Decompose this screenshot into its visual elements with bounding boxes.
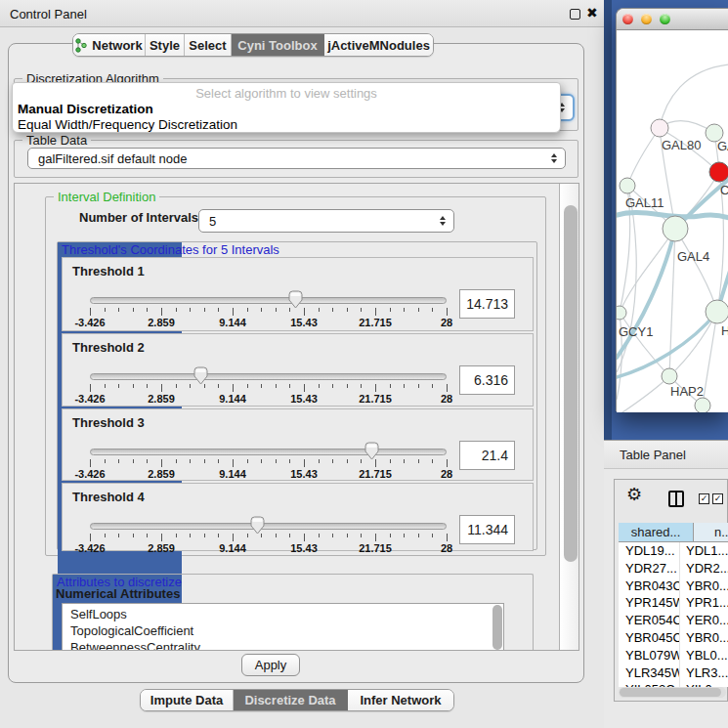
group-title: Table Data — [22, 133, 91, 148]
column-header-shared-name[interactable]: shared... — [619, 523, 694, 542]
slider-track[interactable] — [90, 523, 447, 530]
network-window[interactable]: GAL80GACGAL11GAL4GCY1HHAP2 — [616, 8, 728, 411]
threshold-value-field[interactable]: 11.344 — [459, 515, 515, 544]
traffic-light-minimize-icon[interactable] — [641, 14, 652, 24]
table-cell: YBR0... — [680, 629, 728, 647]
threshold-value-field[interactable]: 6.316 — [459, 365, 515, 395]
window-titlebar[interactable] — [617, 9, 728, 30]
network-node[interactable] — [663, 216, 688, 241]
tab-jactivemnodules[interactable]: jActiveMNodules — [324, 34, 433, 56]
table-row[interactable]: YBR045CYBR0... — [619, 629, 728, 647]
slider-tick-label: -3.426 — [74, 317, 105, 328]
number-of-intervals-combobox[interactable]: 5 — [198, 209, 454, 233]
node-label: GAL11 — [625, 195, 664, 210]
network-node[interactable] — [695, 398, 710, 412]
tab-cyni-toolbox[interactable]: Cyni Toolbox — [232, 34, 324, 56]
table-data-value: galFiltered.sif default node — [38, 151, 187, 166]
tab-infer-network[interactable]: Infer Network — [348, 690, 453, 710]
split-column-icon[interactable] — [668, 491, 684, 507]
slider-tick — [204, 308, 205, 312]
table-row[interactable]: YLR345WYLR3... — [619, 664, 728, 682]
slider-tick — [276, 384, 277, 388]
table-row[interactable]: YBL079WYBL0... — [619, 647, 728, 664]
network-node[interactable] — [617, 306, 626, 320]
attributes-list[interactable]: SelfLoopsTopologicalCoefficientBetweenne… — [62, 603, 504, 651]
slider-tick — [375, 459, 376, 467]
slider-tick — [404, 384, 405, 388]
node-table[interactable]: YDL19...YDL1...YDR27...YDR2...YBR043CYBR… — [619, 542, 728, 687]
slider-tick — [118, 384, 119, 388]
screen: Control Panel ✖ Network Style Select — [0, 0, 728, 728]
close-icon[interactable]: ✖ — [586, 5, 598, 21]
list-scrollbar-thumb[interactable] — [492, 605, 502, 650]
threshold-value-field[interactable]: 14.713 — [459, 289, 515, 319]
slider-thumb[interactable] — [193, 366, 208, 385]
network-node[interactable] — [651, 119, 668, 137]
table-row[interactable]: YPR145WYPR1... — [619, 594, 728, 612]
dropdown-option[interactable]: Manual Discretization — [18, 102, 153, 116]
checkbox-icon[interactable]: ✓ — [699, 493, 709, 504]
slider-tick-label: 28 — [441, 393, 452, 405]
control-panel-header: Control Panel ✖ — [0, 0, 604, 27]
scrollbar-thumb[interactable] — [564, 205, 578, 562]
table-row[interactable]: YER054CYER0... — [619, 612, 728, 629]
slider-tick — [432, 534, 433, 537]
table-row[interactable]: YDR27...YDR2... — [619, 560, 728, 578]
slider-tick — [432, 308, 433, 312]
table-row[interactable]: YDL19...YDL1... — [619, 542, 728, 560]
tab-discretize-data[interactable]: Discretize Data — [234, 690, 348, 710]
slider-tick — [375, 384, 376, 392]
threshold-panel: Threshold 3 -3.4262.8599.14415.4321.7152… — [62, 408, 534, 481]
slider-track[interactable] — [90, 449, 447, 455]
float-icon[interactable] — [570, 9, 580, 20]
desktop-edge — [604, 0, 612, 440]
slider-tick — [404, 459, 405, 463]
slider-track[interactable] — [90, 373, 447, 380]
table-data-combobox[interactable]: galFiltered.sif default node — [27, 148, 566, 169]
network-node[interactable] — [662, 368, 677, 384]
slider-tick — [361, 308, 362, 312]
node-label: GAL4 — [677, 249, 709, 264]
slider-tick — [118, 534, 119, 537]
dropdown-option[interactable]: Equal Width/Frequency Discretization — [18, 117, 237, 132]
tab-select[interactable]: Select — [185, 34, 232, 56]
vertical-scrollbar[interactable] — [559, 184, 579, 651]
slider-tick — [161, 534, 162, 541]
checkbox-icon[interactable]: ✓ — [712, 493, 723, 504]
attribute-item[interactable]: SelfLoops — [70, 606, 503, 622]
traffic-light-zoom-icon[interactable] — [660, 14, 670, 24]
panel-title: Control Panel — [10, 7, 87, 21]
attribute-item[interactable]: TopologicalCoefficient — [70, 622, 503, 639]
traffic-light-close-icon[interactable] — [622, 14, 633, 24]
slider-tick — [133, 534, 134, 537]
threshold-value-field[interactable]: 21.4 — [459, 441, 515, 470]
network-node[interactable] — [706, 300, 728, 323]
table-cell: YBL0... — [680, 647, 728, 664]
network-node[interactable] — [709, 162, 728, 182]
slider-tick-label: 15.43 — [290, 317, 318, 328]
slider-track[interactable] — [90, 297, 447, 304]
horizontal-scrollbar[interactable] — [619, 687, 726, 698]
apply-button[interactable]: Apply — [241, 654, 300, 676]
number-of-intervals-label: Number of Intervals — [79, 210, 198, 225]
slider-tick-label: 15.43 — [290, 393, 318, 405]
gear-icon[interactable]: ⚙ — [626, 486, 642, 503]
column-header-name[interactable]: n... — [694, 523, 728, 542]
network-canvas[interactable]: GAL80GACGAL11GAL4GCY1HHAP2 — [617, 30, 728, 412]
scrollbar-thumb[interactable] — [620, 688, 721, 697]
tab-style[interactable]: Style — [146, 34, 185, 56]
tab-impute-data[interactable]: Impute Data — [141, 690, 234, 710]
slider-tick-labels: -3.4262.8599.14415.4321.71528 — [90, 317, 447, 328]
combo-spinner-icon — [551, 153, 557, 163]
slider-tick — [190, 459, 191, 463]
table-row[interactable]: YBR043CYBR0... — [619, 578, 728, 595]
slider-thumb[interactable] — [364, 442, 379, 460]
attribute-item[interactable]: BetweennessCentrality — [70, 639, 503, 651]
tab-label: Cyni Toolbox — [237, 38, 317, 53]
slider-tick — [247, 308, 248, 312]
slider-thumb[interactable] — [288, 290, 303, 309]
tab-network[interactable]: Network — [73, 34, 146, 56]
control-panel: Control Panel ✖ Network Style Select — [0, 0, 604, 728]
slider-thumb[interactable] — [250, 516, 265, 535]
network-node[interactable] — [620, 178, 635, 193]
